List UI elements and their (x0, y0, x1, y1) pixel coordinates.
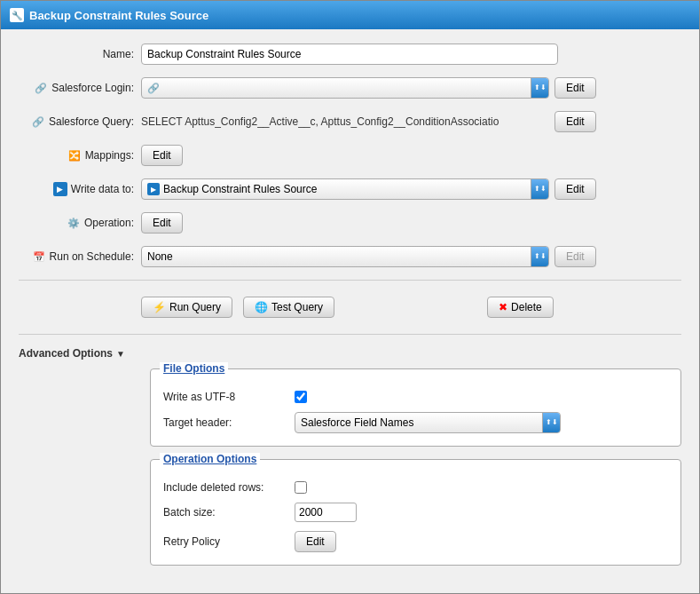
test-query-button[interactable]: 🌐 Test Query (243, 297, 334, 318)
write-data-value: ▶ Backup Constraint Rules Source (142, 183, 531, 195)
write-utf8-checkbox[interactable] (295, 391, 307, 403)
test-query-icon: 🌐 (255, 301, 268, 313)
include-deleted-checkbox[interactable] (295, 481, 307, 494)
title-bar: 🔧 Backup Constraint Rules Source (1, 1, 699, 29)
name-label: Name: (19, 48, 134, 60)
schedule-row: 📅 Run on Schedule: None Edit (19, 246, 681, 267)
salesforce-login-arrow[interactable] (531, 77, 548, 99)
main-window: 🔧 Backup Constraint Rules Source Name: 🔗… (0, 0, 700, 594)
separator (19, 280, 681, 281)
salesforce-icon: 🔗 (34, 81, 48, 95)
salesforce-login-select[interactable]: 🔗 (141, 77, 549, 99)
target-header-row: Target header: Salesforce Field Names (163, 412, 668, 433)
salesforce-login-field: 🔗 Edit (141, 77, 681, 99)
target-header-label: Target header: (163, 416, 287, 429)
advanced-content: File Options Write as UTF-8 Target heade… (150, 368, 681, 566)
operation-edit-button[interactable]: Edit (141, 212, 183, 234)
operation-options-title: Operation Options (160, 453, 260, 465)
operation-field: Edit (141, 212, 681, 234)
operation-options-group: Operation Options Include deleted rows: … (150, 459, 681, 566)
query-icon: 🔗 (31, 115, 45, 129)
salesforce-query-edit-button[interactable]: Edit (554, 111, 596, 132)
batch-size-label: Batch size: (163, 506, 287, 519)
run-query-button[interactable]: ⚡ Run Query (141, 297, 232, 318)
batch-size-row: Batch size: (163, 503, 668, 522)
schedule-field: None Edit (141, 246, 681, 267)
retry-policy-row: Retry Policy Edit (163, 531, 668, 552)
salesforce-query-row: 🔗 Salesforce Query: SELECT Apttus_Config… (19, 111, 681, 132)
write-utf8-row: Write as UTF-8 (163, 391, 668, 403)
write-data-arrow[interactable] (531, 178, 548, 200)
mappings-edit-button[interactable]: Edit (141, 145, 183, 166)
name-input[interactable] (141, 44, 558, 65)
file-options-title: File Options (160, 362, 228, 375)
operation-row: ⚙️ Operation: Edit (19, 212, 681, 234)
batch-size-input[interactable] (295, 503, 357, 522)
delete-button[interactable]: ✖ Delete (487, 297, 554, 318)
mappings-icon: 🔀 (67, 148, 82, 162)
include-deleted-row: Include deleted rows: (163, 481, 668, 494)
schedule-label: 📅 Run on Schedule: (19, 249, 134, 264)
schedule-value: None (142, 250, 531, 263)
schedule-icon: 📅 (32, 249, 46, 264)
run-query-icon: ⚡ (153, 301, 166, 313)
window-title: Backup Constraint Rules Source (29, 9, 208, 22)
salesforce-login-label: 🔗 Salesforce Login: (19, 81, 134, 95)
operation-label: ⚙️ Operation: (19, 216, 134, 230)
target-header-value: Salesforce Field Names (295, 416, 542, 429)
write-data-row: ▶ Write data to: ▶ Backup Constraint Rul… (19, 178, 681, 200)
schedule-select[interactable]: None (141, 246, 549, 267)
operation-icon: ⚙️ (67, 216, 81, 230)
retry-policy-label: Retry Policy (163, 535, 287, 548)
separator2 (19, 334, 681, 335)
action-row: ⚡ Run Query 🌐 Test Query ✖ Delete (141, 297, 681, 318)
name-row: Name: (19, 44, 681, 65)
schedule-edit-button[interactable]: Edit (554, 246, 596, 267)
delete-icon: ✖ (499, 301, 507, 313)
mappings-label: 🔀 Mappings: (19, 148, 134, 162)
write-data-select-icon: ▶ (147, 183, 160, 195)
content-area: Name: 🔗 Salesforce Login: 🔗 Edi (1, 29, 699, 592)
name-field (141, 44, 681, 65)
title-icon: 🔧 (10, 8, 24, 22)
advanced-toggle-arrow: ▼ (116, 349, 125, 359)
mappings-field: Edit (141, 145, 681, 166)
write-data-label: ▶ Write data to: (19, 182, 134, 196)
target-header-select[interactable]: Salesforce Field Names (295, 412, 561, 433)
salesforce-login-value: 🔗 (142, 83, 531, 94)
mappings-row: 🔀 Mappings: Edit (19, 145, 681, 166)
salesforce-query-text: SELECT Apttus_Config2__Active__c, Apttus… (141, 115, 549, 128)
advanced-toggle[interactable]: Advanced Options ▼ (19, 347, 143, 360)
file-options-group: File Options Write as UTF-8 Target heade… (150, 368, 681, 447)
schedule-arrow[interactable] (531, 246, 548, 267)
write-utf8-label: Write as UTF-8 (163, 391, 287, 403)
advanced-section: Advanced Options ▼ File Options Write as… (19, 347, 681, 566)
salesforce-query-label: 🔗 Salesforce Query: (19, 115, 134, 129)
salesforce-query-field: SELECT Apttus_Config2__Active__c, Apttus… (141, 111, 681, 132)
retry-policy-edit-button[interactable]: Edit (295, 531, 336, 552)
write-data-select[interactable]: ▶ Backup Constraint Rules Source (141, 178, 549, 200)
write-data-edit-button[interactable]: Edit (554, 178, 596, 200)
write-to-icon: ▶ (53, 182, 67, 196)
salesforce-login-edit-button[interactable]: Edit (554, 77, 596, 99)
target-header-arrow[interactable] (542, 412, 560, 433)
write-data-field: ▶ Backup Constraint Rules Source Edit (141, 178, 681, 200)
include-deleted-label: Include deleted rows: (163, 481, 287, 494)
salesforce-login-row: 🔗 Salesforce Login: 🔗 Edit (19, 77, 681, 99)
